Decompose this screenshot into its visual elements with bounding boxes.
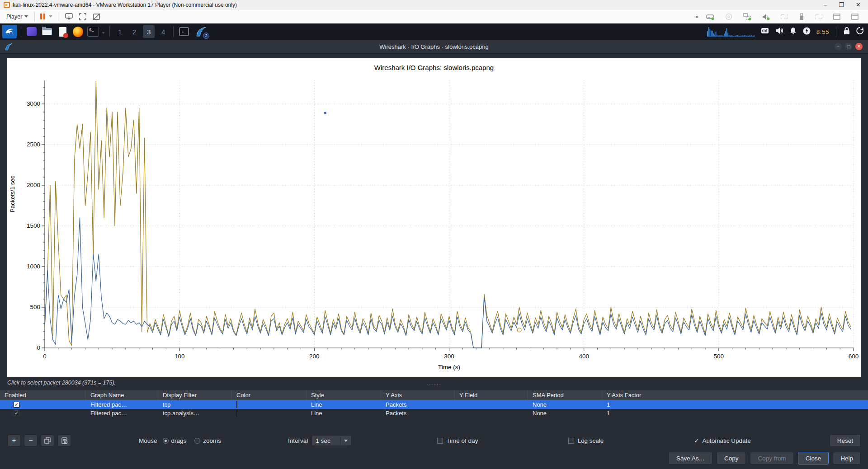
enabled-checkbox[interactable]: ✓ [14,410,19,416]
workspace-3[interactable]: 3 [143,25,155,38]
style-cell[interactable]: Line [307,401,381,408]
send-ctrl-alt-del-button[interactable] [65,13,73,20]
window-maximize-button[interactable]: ▢ [845,43,852,50]
workspace-1[interactable]: 1 [114,25,126,38]
wireshark-task-icon[interactable]: 2 [195,25,208,38]
display-filter-cell[interactable]: tcp [158,401,232,408]
remove-graph-button[interactable]: − [24,435,38,446]
vmware-minimize-button[interactable]: – [824,2,827,8]
workspace-2[interactable]: 2 [128,25,140,38]
vmware-titlebar: kali-linux-2022.4-vmware-amd64 - VMware … [0,0,868,10]
wireshark-window-count-badge: 2 [203,33,209,39]
color-swatch[interactable] [236,401,237,408]
sma-period-cell[interactable]: None [528,410,602,417]
files-app-icon[interactable] [25,25,38,38]
zooms-label[interactable]: zooms [203,437,221,444]
network-status-icon[interactable] [760,27,769,37]
power-manager-icon[interactable] [802,27,811,37]
mouse-drags-radio[interactable] [163,438,169,444]
graph-name-cell[interactable]: Filtered pac… [86,410,158,417]
col-y-axis: Y Axis [381,390,455,400]
log-scale-checkbox[interactable] [568,438,574,444]
terminal-dropdown-icon[interactable]: ⌄ [101,29,105,35]
y-axis-factor-cell[interactable]: 1 [602,410,868,417]
graph-controls-row: + − Mouse drags zooms Interval 1 sec Tim… [0,434,868,447]
taskbar-divider [109,26,110,37]
more-tools-icon[interactable]: » [695,13,698,20]
log-scale-label[interactable]: Log scale [577,437,604,444]
text-editor-icon[interactable] [56,25,69,38]
file-manager-icon[interactable] [41,25,53,38]
network-adapter-icon[interactable] [743,13,751,20]
display-filter-cell[interactable]: tcp.analysis… [158,410,232,417]
time-of-day-checkbox[interactable] [437,438,443,444]
fullscreen-button[interactable] [79,13,86,20]
notifications-bell-icon[interactable] [789,27,797,37]
window-close-button[interactable]: ✕ [855,43,863,50]
suspend-dropdown-icon[interactable] [49,15,52,18]
duplicate-graph-button[interactable] [41,435,54,446]
table-row[interactable]: ✓ Filtered pac… tcp.analysis… Line Packe… [0,409,868,417]
io-graph-plot[interactable]: Wireshark I/O Graphs: slowloris.pcapng P… [7,58,861,377]
save-as-button[interactable]: Save As… [669,452,712,464]
copy-from-button[interactable]: Copy from [750,452,793,464]
automatic-update-label[interactable]: Automatic Update [703,437,751,444]
shared-folder-icon[interactable] [781,14,788,20]
clock[interactable]: 8:55 [816,28,829,35]
clear-graphs-button[interactable] [57,435,71,446]
add-graph-button[interactable]: + [7,435,21,446]
lock-screen-icon[interactable] [843,27,850,37]
cd-rom-icon[interactable] [725,13,732,20]
help-button[interactable]: Help [833,452,861,464]
plot-canvas[interactable] [39,80,855,354]
firefox-icon[interactable] [71,25,84,38]
hard-disk-icon[interactable] [706,13,714,20]
vmware-close-button[interactable]: ✕ [856,2,861,8]
y-axis-cell[interactable]: Packets [381,401,455,408]
unity-mode-button[interactable] [93,13,100,20]
splitter-handle[interactable]: ······ [0,383,868,385]
graph-name-cell[interactable]: Filtered pac… [86,401,158,408]
x-axis-label: Time (s) [45,364,854,371]
drags-label[interactable]: drags [171,437,187,444]
window-minimize-button[interactable]: – [835,43,842,50]
printer-icon[interactable] [815,14,822,20]
window-title: Wireshark · I/O Graphs · slowloris.pcapn… [379,43,488,50]
usb-device-icon[interactable] [799,13,804,20]
y-axis-cell[interactable]: Packets [381,410,455,417]
table-row[interactable]: ✓ Filtered pac… tcp Line Packets None 1 [0,400,868,409]
y-axis-factor-cell[interactable]: 1 [602,401,868,408]
color-swatch[interactable] [236,410,237,417]
style-cell[interactable]: Line [307,410,381,417]
reset-button[interactable]: Reset [830,434,861,447]
player-menu[interactable]: Player [4,12,31,21]
kali-taskbar: $_ ⌄ 1 2 3 4 ▸_ 2 8:55 [0,23,868,40]
suspend-vm-button[interactable] [40,14,45,19]
col-y-field: Y Field [455,390,528,400]
show-panel-icon[interactable] [851,14,859,20]
workspace-4[interactable]: 4 [157,25,169,38]
toolbar-divider [58,12,58,21]
terminal-launcher-icon[interactable]: $_ [87,25,99,38]
vmware-maximize-button[interactable]: ❐ [839,2,844,8]
copy-button[interactable]: Copy [717,452,746,464]
chart-title: Wireshark I/O Graphs: slowloris.pcapng [7,64,861,71]
logout-icon[interactable] [856,27,864,37]
wireshark-window-titlebar[interactable]: Wireshark · I/O Graphs · slowloris.pcapn… [0,40,868,54]
show-sidebar-icon[interactable] [833,14,840,20]
display-icon[interactable]: ▸_ [178,25,190,38]
kali-menu-button[interactable] [2,25,17,38]
interval-select[interactable]: 1 sec [311,435,351,446]
time-of-day-label[interactable]: Time of day [446,437,478,444]
automatic-update-checkbox[interactable]: ✓ [694,437,699,444]
volume-icon[interactable] [775,27,784,37]
cpu-graph[interactable] [707,26,755,37]
taskbar-divider [21,26,21,37]
dialog-buttons: Save As… Copy Copy from Close Help [669,452,861,464]
enabled-checkbox[interactable]: ✓ [14,402,19,408]
mouse-zooms-radio[interactable] [194,438,200,444]
sound-icon[interactable] [762,13,770,20]
sma-period-cell[interactable]: None [528,401,602,408]
col-y-axis-factor: Y Axis Factor [602,390,868,400]
close-button[interactable]: Close [798,452,829,464]
